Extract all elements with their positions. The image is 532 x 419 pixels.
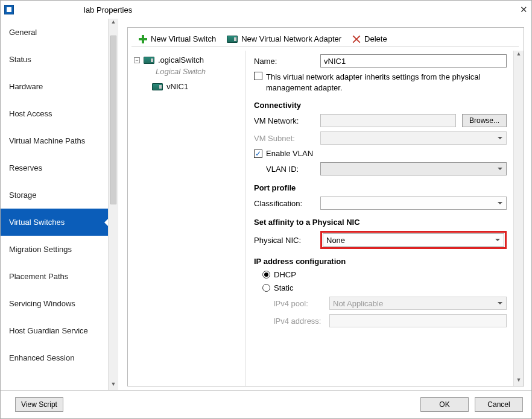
vm-network-label: VM Network: xyxy=(254,116,320,125)
sidebar: GeneralStatusHardwareHost AccessVirtual … xyxy=(1,19,119,390)
connectivity-header: Connectivity xyxy=(254,101,507,110)
sidebar-item-servicing-windows[interactable]: Servicing Windows xyxy=(1,290,108,317)
toolbar-label: New Virtual Network Adapter xyxy=(241,34,341,43)
ipconfig-header: IP address configuration xyxy=(254,257,507,266)
new-virtual-adapter-button[interactable]: New Virtual Network Adapter xyxy=(224,33,344,45)
toolbar-label: New Virtual Switch xyxy=(151,34,216,43)
delete-icon xyxy=(352,35,361,43)
tree-vnic-label: vNIC1 xyxy=(166,82,188,91)
chevron-down-icon xyxy=(498,168,502,172)
classification-label: Classification: xyxy=(254,199,320,208)
vlan-id-select[interactable] xyxy=(320,162,507,175)
dhcp-radio[interactable] xyxy=(262,271,270,279)
enable-vlan-label: Enable VLAN xyxy=(266,149,313,158)
chevron-down-icon xyxy=(498,137,502,142)
sidebar-item-reserves[interactable]: Reserves xyxy=(1,154,108,181)
form-scrollbar[interactable]: ▲ ▼ xyxy=(513,51,524,386)
browse-button[interactable]: Browse... xyxy=(462,114,507,127)
classification-select[interactable] xyxy=(320,197,507,210)
ipv4-pool-select: Not Applicable xyxy=(329,297,507,310)
sidebar-item-virtual-switches[interactable]: Virtual Switches xyxy=(1,209,108,236)
sidebar-item-placement-paths[interactable]: Placement Paths xyxy=(1,263,108,290)
vm-network-field xyxy=(320,114,456,127)
inherit-checkbox[interactable] xyxy=(254,72,262,80)
physical-nic-label: Physical NIC: xyxy=(254,236,320,245)
view-script-button[interactable]: View Script xyxy=(15,397,63,412)
ipv4-address-input xyxy=(329,314,507,327)
chevron-up-icon[interactable]: ▲ xyxy=(515,51,522,60)
tree-vnic-node[interactable]: vNIC1 xyxy=(130,80,242,93)
sidebar-item-enhanced-session[interactable]: Enhanced Session xyxy=(1,344,108,371)
static-label: Static xyxy=(274,283,294,292)
nic-icon xyxy=(152,83,163,90)
titlebar: lab Properties ✕ xyxy=(1,1,531,19)
new-virtual-switch-button[interactable]: New Virtual Switch xyxy=(136,33,218,45)
window-title: lab Properties xyxy=(17,5,516,14)
inherit-label: This virtual network adapter inherits se… xyxy=(266,72,507,93)
physical-nic-select[interactable]: None xyxy=(323,233,504,247)
vm-subnet-select xyxy=(320,131,507,145)
name-input[interactable] xyxy=(320,54,507,68)
tree-switch-subtitle: Logical Switch xyxy=(130,67,242,76)
sidebar-item-hardware[interactable]: Hardware xyxy=(1,73,108,100)
switch-tree: − .ogicalSwitch Logical Switch vNIC1 xyxy=(128,51,245,386)
vlan-id-label: VLAN ID: xyxy=(266,165,320,174)
chevron-down-icon xyxy=(498,202,502,207)
physical-nic-highlight: None xyxy=(320,231,507,249)
ok-button[interactable]: OK xyxy=(420,397,469,412)
chevron-down-icon xyxy=(498,302,502,307)
content-panel: New Virtual Switch New Virtual Network A… xyxy=(127,27,524,386)
chevron-down-icon xyxy=(495,239,500,244)
sidebar-item-status[interactable]: Status xyxy=(1,46,108,73)
dhcp-label: DHCP xyxy=(274,270,296,279)
vm-subnet-label: VM Subnet: xyxy=(254,134,320,143)
cancel-button[interactable]: Cancel xyxy=(475,397,523,412)
nic-icon xyxy=(144,57,154,64)
ipv4-pool-label: IPv4 pool: xyxy=(273,299,329,308)
close-icon[interactable]: ✕ xyxy=(516,4,528,15)
sidebar-item-migration-settings[interactable]: Migration Settings xyxy=(1,236,108,263)
sidebar-item-host-access[interactable]: Host Access xyxy=(1,100,108,127)
static-radio[interactable] xyxy=(262,284,270,292)
tree-switch-label: .ogicalSwitch xyxy=(158,55,204,65)
app-icon xyxy=(4,5,14,14)
ipv4-address-label: IPv4 address: xyxy=(273,317,329,326)
enable-vlan-checkbox[interactable]: ✓ xyxy=(254,150,262,158)
chevron-down-icon[interactable]: ▼ xyxy=(515,377,522,386)
dialog-footer: View Script OK Cancel xyxy=(1,390,531,418)
toolbar-label: Delete xyxy=(364,34,387,43)
sidebar-item-host-guardian-service[interactable]: Host Guardian Service xyxy=(1,317,108,344)
collapse-icon[interactable]: − xyxy=(134,57,140,63)
scroll-thumb[interactable] xyxy=(110,36,116,204)
sidebar-scrollbar[interactable]: ▲ ▼ xyxy=(108,19,118,390)
sidebar-item-storage[interactable]: Storage xyxy=(1,181,108,209)
chevron-down-icon[interactable]: ▼ xyxy=(110,381,117,390)
tree-switch-node[interactable]: − .ogicalSwitch xyxy=(130,54,242,66)
sidebar-item-general[interactable]: General xyxy=(1,19,108,46)
delete-button[interactable]: Delete xyxy=(350,33,390,45)
port-profile-header: Port profile xyxy=(254,183,507,192)
plus-icon xyxy=(139,35,147,43)
affinity-header: Set affinity to a Physical NIC xyxy=(254,218,507,227)
nic-icon xyxy=(227,36,238,43)
toolbar: New Virtual Switch New Virtual Network A… xyxy=(131,31,519,47)
name-label: Name: xyxy=(254,57,320,66)
chevron-up-icon[interactable]: ▲ xyxy=(110,19,117,28)
sidebar-item-virtual-machine-paths[interactable]: Virtual Machine Paths xyxy=(1,127,108,154)
